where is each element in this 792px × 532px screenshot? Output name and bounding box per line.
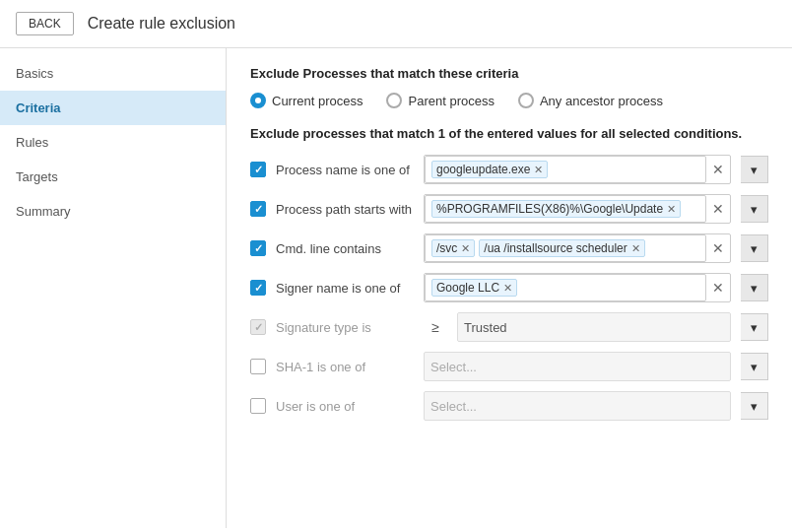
tag-input-signer-name[interactable]: Google LLC ✕ (425, 274, 706, 301)
tag-input-process-path[interactable]: %PROGRAMFILES(X86)%\Google\Update ✕ (425, 195, 706, 223)
back-button[interactable]: BACK (16, 12, 74, 35)
input-wrapper-process-path: %PROGRAMFILES(X86)%\Google\Update ✕ ✕ (424, 194, 731, 224)
dropdown-process-name[interactable]: ▾ (741, 156, 768, 183)
radio-ancestor-process[interactable]: Any ancestor process (518, 93, 663, 108)
tag-remove-ua[interactable]: ✕ (631, 242, 640, 255)
radio-circle-ancestor (518, 93, 534, 108)
radio-circle-current (250, 93, 266, 108)
tag-google-llc: Google LLC ✕ (431, 279, 517, 297)
trusted-value: Trusted (458, 313, 730, 341)
checkbox-signer-name[interactable] (250, 280, 266, 296)
sidebar-item-rules[interactable]: Rules (0, 125, 226, 160)
criteria-row-cmd-line: Cmd. line contains /svc ✕ /ua /installso… (250, 233, 768, 263)
tag-svc: /svc ✕ (431, 239, 475, 257)
input-wrapper-signer-name: Google LLC ✕ ✕ (424, 273, 731, 302)
input-wrapper-sha1: Select... (424, 352, 731, 381)
criteria-row-signature-type: Signature type is ≥ Trusted ▾ (250, 312, 768, 342)
criteria-row-process-name: Process name is one of googleupdate.exe … (250, 155, 768, 184)
dropdown-process-path[interactable]: ▾ (741, 195, 768, 223)
label-user: User is one of (276, 399, 414, 414)
content-area: Basics Criteria Rules Targets Summary Ex… (0, 48, 792, 528)
tag-text-googleupdate: googleupdate.exe (436, 163, 530, 176)
sidebar-item-basics[interactable]: Basics (0, 56, 226, 91)
tag-remove-googleupdate[interactable]: ✕ (534, 164, 543, 176)
tag-ua: /ua /installsource scheduler ✕ (479, 239, 644, 257)
label-signer-name: Signer name is one of (276, 281, 414, 296)
tag-text-programfiles: %PROGRAMFILES(X86)%\Google\Update (436, 202, 663, 216)
dropdown-user[interactable]: ▾ (741, 392, 768, 420)
radio-current-process[interactable]: Current process (250, 93, 363, 108)
dropdown-sha1[interactable]: ▾ (741, 353, 768, 380)
checkbox-process-name[interactable] (250, 162, 266, 177)
input-wrapper-cmd-line: /svc ✕ /ua /installsource scheduler ✕ ✕ (424, 233, 731, 263)
checkbox-signature-type[interactable] (250, 319, 266, 335)
tag-googleupdate: googleupdate.exe ✕ (431, 161, 548, 178)
checkbox-cmd-line[interactable] (250, 240, 266, 256)
dropdown-signature-type[interactable]: ▾ (741, 313, 768, 341)
label-cmd-line: Cmd. line contains (276, 241, 414, 256)
page-title: Create rule exclusion (88, 15, 235, 33)
tag-input-process-name[interactable]: googleupdate.exe ✕ (425, 156, 706, 183)
checkbox-sha1[interactable] (250, 359, 266, 374)
clear-process-path[interactable]: ✕ (706, 201, 730, 217)
input-wrapper-process-name: googleupdate.exe ✕ ✕ (424, 155, 731, 184)
sidebar: Basics Criteria Rules Targets Summary (0, 48, 227, 528)
tag-remove-svc[interactable]: ✕ (461, 242, 470, 255)
header: BACK Create rule exclusion (0, 0, 792, 48)
tag-input-cmd-line[interactable]: /svc ✕ /ua /installsource scheduler ✕ (425, 234, 706, 262)
radio-label-ancestor: Any ancestor process (540, 94, 663, 108)
radio-label-parent: Parent process (408, 94, 494, 108)
clear-cmd-line[interactable]: ✕ (706, 240, 730, 256)
match-description: Exclude processes that match 1 of the en… (250, 126, 768, 141)
tag-input-user: Select... (425, 392, 730, 420)
radio-label-current: Current process (272, 94, 363, 108)
tag-text-google-llc: Google LLC (436, 281, 499, 295)
dropdown-cmd-line[interactable]: ▾ (741, 234, 768, 262)
tag-programfiles: %PROGRAMFILES(X86)%\Google\Update ✕ (431, 200, 681, 218)
label-signature-type: Signature type is (276, 320, 414, 335)
placeholder-user: Select... (430, 399, 477, 414)
label-process-path: Process path starts with (276, 202, 414, 217)
label-sha1: SHA-1 is one of (276, 360, 414, 374)
criteria-row-sha1: SHA-1 is one of Select... ▾ (250, 352, 768, 381)
criteria-row-process-path: Process path starts with %PROGRAMFILES(X… (250, 194, 768, 224)
criteria-row-signer-name: Signer name is one of Google LLC ✕ ✕ ▾ (250, 273, 768, 302)
clear-process-name[interactable]: ✕ (706, 162, 730, 177)
radio-parent-process[interactable]: Parent process (386, 93, 494, 108)
sidebar-item-criteria[interactable]: Criteria (0, 91, 226, 125)
trusted-text: Trusted (464, 320, 507, 335)
radio-circle-parent (386, 93, 402, 108)
tag-remove-programfiles[interactable]: ✕ (667, 203, 676, 216)
clear-signer-name[interactable]: ✕ (706, 280, 730, 296)
checkbox-user[interactable] (250, 398, 266, 414)
radio-group: Current process Parent process Any ances… (250, 93, 768, 108)
tag-text-ua: /ua /installsource scheduler (484, 241, 627, 255)
criteria-row-user: User is one of Select... ▾ (250, 391, 768, 421)
tag-remove-google-llc[interactable]: ✕ (503, 282, 512, 295)
placeholder-sha1: Select... (430, 360, 477, 374)
input-wrapper-user: Select... (424, 391, 731, 421)
sidebar-item-summary[interactable]: Summary (0, 194, 226, 229)
label-process-name: Process name is one of (276, 163, 414, 177)
tag-text-svc: /svc (436, 241, 457, 255)
dropdown-signer-name[interactable]: ▾ (741, 274, 768, 301)
sidebar-item-targets[interactable]: Targets (0, 160, 226, 194)
process-section-title: Exclude Processes that match these crite… (250, 66, 768, 81)
main-content: Exclude Processes that match these crite… (227, 48, 792, 528)
checkbox-process-path[interactable] (250, 201, 266, 217)
tag-input-sha1: Select... (425, 353, 730, 380)
ge-symbol: ≥ (424, 319, 447, 335)
input-wrapper-signature-type: Trusted (457, 312, 731, 342)
